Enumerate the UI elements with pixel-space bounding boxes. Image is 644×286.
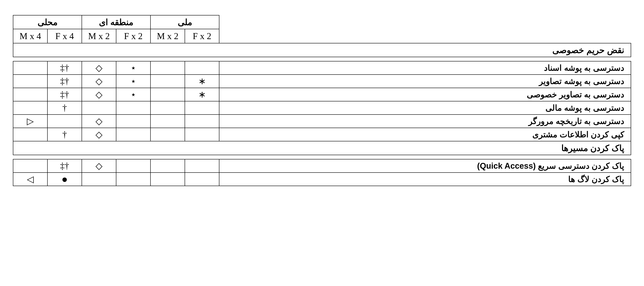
cell (185, 101, 219, 115)
scope-local: محلی (13, 15, 82, 29)
row-label: دسترسی به پوشه اسناد (219, 61, 631, 75)
mult-local-f: F x 4 (48, 29, 82, 43)
cell (82, 173, 116, 186)
scope-national: ملی (150, 15, 219, 29)
table-row: ‡† ◇ ⋆ دسترسی به پوشه اسناد (13, 61, 631, 75)
cell (82, 101, 116, 115)
table-row: ‡† ◇ پاک کردن دسترسی سریع (Quick Access) (13, 159, 631, 173)
cell (48, 115, 82, 128)
section-clearing: پاک کردن مسیرها (13, 141, 631, 155)
cell (13, 88, 48, 101)
header-empty (219, 15, 631, 29)
mult-national-f: F x 2 (185, 29, 219, 43)
table-row: ‡† ◇ ⋆ ∗ دسترسی به تصاویر خصوصی (13, 88, 631, 101)
header-mult-row: M x 4 F x 4 M x 2 F x 2 M x 2 F x 2 (13, 29, 631, 43)
cell: ◇ (82, 88, 116, 101)
cell: ∗ (185, 88, 219, 101)
gap (13, 155, 631, 159)
cell (13, 159, 48, 173)
cell (13, 75, 48, 88)
cell: ◇ (82, 128, 116, 141)
cell (150, 101, 185, 115)
cell (185, 115, 219, 128)
table-row: ‡† ◇ ⋆ ∗ دسترسی به پوشه تصاویر (13, 75, 631, 88)
cell (150, 115, 185, 128)
cell (150, 88, 185, 101)
cell (13, 61, 48, 75)
document-page: محلی منطقه ای ملی M x 4 F x 4 M x 2 F x … (0, 0, 644, 199)
cell (116, 115, 150, 128)
cell: ◇ (82, 75, 116, 88)
row-label: دسترسی به پوشه مالی (219, 101, 631, 115)
cell (13, 128, 48, 141)
row-label: پاک کردن لاگ ها (219, 173, 631, 186)
cell: ‡† (48, 61, 82, 75)
row-label: پاک کردن دسترسی سریع (Quick Access) (219, 159, 631, 173)
cell (13, 101, 48, 115)
cell (185, 173, 219, 186)
cell: ▷ (13, 115, 48, 128)
cell: ● (48, 173, 82, 186)
cell: ◇ (82, 159, 116, 173)
mult-national-m: M x 2 (150, 29, 185, 43)
mult-regional-m: M x 2 (82, 29, 116, 43)
cell (116, 101, 150, 115)
cell (116, 128, 150, 141)
mult-local-m: M x 4 (13, 29, 48, 43)
table-row: † دسترسی به پوشه مالی (13, 101, 631, 115)
cell (150, 159, 185, 173)
table-row: ◁ ● پاک کردن لاگ ها (13, 173, 631, 186)
row-label: دسترسی به تاریخچه مرورگر (219, 115, 631, 128)
cell: ⋆ (116, 75, 150, 88)
row-label: کپی کردن اطلاعات مشتری (219, 128, 631, 141)
section-clearing-label: پاک کردن مسیرها (13, 141, 631, 155)
cell (150, 173, 185, 186)
cell: † (48, 128, 82, 141)
section-privacy-label: نقض حریم خصوصی (13, 43, 631, 57)
cell (185, 128, 219, 141)
table-row: ▷ ◇ دسترسی به تاریخچه مرورگر (13, 115, 631, 128)
cell (150, 75, 185, 88)
cell: ∗ (185, 75, 219, 88)
row-label: دسترسی به تصاویر خصوصی (219, 88, 631, 101)
cell: ‡† (48, 159, 82, 173)
cell: ⋆ (116, 61, 150, 75)
cell: † (48, 101, 82, 115)
cell: ‡† (48, 88, 82, 101)
cell (150, 61, 185, 75)
cell (116, 159, 150, 173)
cell: ⋆ (116, 88, 150, 101)
cell (185, 61, 219, 75)
header-scope-row: محلی منطقه ای ملی (13, 15, 631, 29)
header-empty-2 (219, 29, 631, 43)
row-label: دسترسی به پوشه تصاویر (219, 75, 631, 88)
table-row: † ◇ کپی کردن اطلاعات مشتری (13, 128, 631, 141)
matrix-table: محلی منطقه ای ملی M x 4 F x 4 M x 2 F x … (13, 15, 631, 186)
gap (13, 57, 631, 61)
mult-regional-f: F x 2 (116, 29, 150, 43)
cell (116, 173, 150, 186)
scope-regional: منطقه ای (82, 15, 150, 29)
cell: ◁ (13, 173, 48, 186)
cell: ‡† (48, 75, 82, 88)
cell: ◇ (82, 115, 116, 128)
section-privacy: نقض حریم خصوصی (13, 43, 631, 57)
cell (185, 159, 219, 173)
cell: ◇ (82, 61, 116, 75)
cell (150, 128, 185, 141)
